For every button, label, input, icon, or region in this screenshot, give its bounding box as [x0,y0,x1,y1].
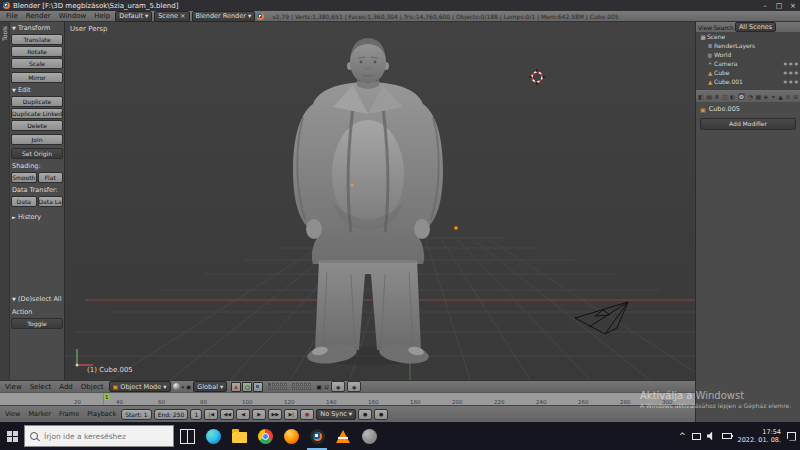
scale-manipulator-icon[interactable] [253,382,263,392]
menu-file[interactable]: File [3,12,21,20]
taskbar-clock[interactable]: 17:54 2022. 01. 08. [738,428,781,445]
layer-toggle[interactable] [272,387,275,390]
select-menu[interactable]: Select [27,383,55,391]
previous-keyframe-button[interactable]: ◀◀ [220,409,234,420]
secondary-origin-dot[interactable] [351,184,354,187]
flat-button[interactable]: Flat [38,172,64,183]
edge-app-button[interactable] [200,422,226,450]
layer-toggle[interactable] [276,383,279,386]
window-titlebar[interactable]: Blender [F:\3D megbízások\Szia_uram_5.bl… [0,0,800,11]
join-button[interactable]: Join [11,134,63,145]
physics-tab-icon[interactable]: ▲ [778,93,783,100]
eye-icon[interactable]: ● [784,79,788,84]
render-layers-tab-icon[interactable]: ▤ [706,93,712,100]
delete-button[interactable]: Delete [11,120,63,131]
render-engine-select[interactable]: Blender Render ▾ [192,11,256,22]
outliner-row-cube[interactable]: ▲ Cube ● ● ● [696,68,800,77]
insert-keyframe-button[interactable]: ● [374,409,388,420]
opengl-render-anim-button[interactable]: ◉ [347,381,361,392]
keying-set-button[interactable]: ● [358,409,372,420]
opengl-render-button[interactable]: ◉ [331,381,345,392]
rotate-button[interactable]: Rotate [11,46,63,57]
mirror-button[interactable]: Mirror [11,72,63,83]
cursor-3d[interactable] [529,69,545,85]
selectable-icon[interactable]: ● [789,70,793,75]
next-keyframe-button[interactable]: ▶▶ [268,409,282,420]
modifiers-tab-icon[interactable]: ⚙ [738,93,745,100]
render-toggle-icon[interactable]: ● [795,61,799,66]
pivot-center-icon[interactable]: ◉ [186,383,191,390]
dropdown-icon[interactable]: ▾ [182,384,185,390]
battery-icon[interactable] [722,433,732,439]
object-menu[interactable]: Object [78,383,107,391]
menu-window[interactable]: Window [56,12,90,20]
view-menu[interactable]: View [2,383,25,391]
character-model[interactable] [293,38,443,366]
play-button[interactable]: ▶ [252,409,266,420]
selectable-icon[interactable]: ● [789,79,793,84]
jump-to-start-button[interactable]: |◀ [204,409,218,420]
tab-tools[interactable]: Tools [1,26,8,41]
outliner-row-scene[interactable]: ▦ Scene [696,32,800,41]
search-input[interactable] [42,431,166,442]
visibility-toggles[interactable]: ● ● ● [784,79,799,84]
record-button[interactable]: ● [300,409,314,420]
vlc-app-button[interactable] [330,422,356,450]
blender-app-button[interactable] [304,422,330,450]
object-origin-dot[interactable] [454,226,458,230]
current-frame-field[interactable]: 1 [190,409,202,420]
material-tab-icon[interactable]: ▦ [755,93,761,100]
layer-toggle[interactable] [276,387,279,390]
scene-select[interactable]: Scene × [154,11,189,22]
outliner-row-world[interactable]: ◍ World [696,50,800,59]
layer-toggle[interactable] [296,383,299,386]
timeline-frame-menu[interactable]: Frame [56,410,82,418]
sync-mode-select[interactable]: No Sync ▾ [316,409,356,420]
layer-toggle[interactable] [304,383,307,386]
eye-icon[interactable]: ● [784,61,788,66]
operator-panel-header[interactable]: ▼ (De)select All [9,293,65,304]
screen-layout-select[interactable]: Default ▾ [115,11,152,22]
layer-toggle[interactable] [292,383,295,386]
firefox-app-button[interactable] [278,422,304,450]
timeline-view-menu[interactable]: View [2,410,23,418]
snap-magnet-icon[interactable]: ∪ [324,383,329,391]
constraints-tab-icon[interactable]: ≋ [785,93,790,100]
outliner-search-menu[interactable]: Search [713,24,734,31]
particles-tab-icon[interactable]: ✦ [771,93,776,100]
camera-object[interactable] [575,302,628,334]
rotate-manipulator-icon[interactable] [242,382,252,392]
layer-toggles[interactable] [268,383,287,390]
data-layers-button[interactable]: Data Layers [38,196,64,207]
outliner-view-menu[interactable]: View [698,24,712,31]
layer-toggle[interactable] [308,387,311,390]
data-button[interactable]: Data [11,196,37,207]
add-modifier-menu[interactable]: Add Modifier [700,118,796,130]
viewport-canvas[interactable] [65,22,695,380]
close-button[interactable]: × [786,2,800,10]
menu-help[interactable]: Help [91,12,113,20]
layer-toggle[interactable] [280,383,283,386]
start-frame-field[interactable]: Start: 1 [121,409,151,420]
texture-tab-icon[interactable]: ◈ [764,93,769,100]
viewport-3d[interactable]: User Persp (1) Cube.005 [65,22,695,380]
layer-toggles-2[interactable] [292,383,311,390]
object-tab-icon[interactable]: ◐ [730,93,735,100]
viewport-shading-icon[interactable] [173,383,180,390]
taskbar-search[interactable] [24,425,174,447]
unknown-app-button[interactable] [356,422,382,450]
grease-tab-icon[interactable]: ⊞ [793,93,798,100]
layer-toggle[interactable] [292,387,295,390]
start-button[interactable] [0,422,24,450]
layer-toggle[interactable] [272,383,275,386]
network-icon[interactable] [692,433,701,440]
play-reverse-button[interactable]: ◀ [236,409,250,420]
scale-button[interactable]: Scale [11,58,63,69]
layer-toggle[interactable] [268,387,271,390]
visibility-toggles[interactable]: ● ● ● [784,61,799,66]
action-toggle-menu[interactable]: Toggle [11,318,63,329]
file-explorer-button[interactable] [226,422,252,450]
timeline-playback-menu[interactable]: Playback [84,410,119,418]
duplicate-linked-button[interactable]: Duplicate Linked [11,108,63,119]
outliner-row-cube-001[interactable]: ▲ Cube.001 ● ● ● [696,77,800,86]
